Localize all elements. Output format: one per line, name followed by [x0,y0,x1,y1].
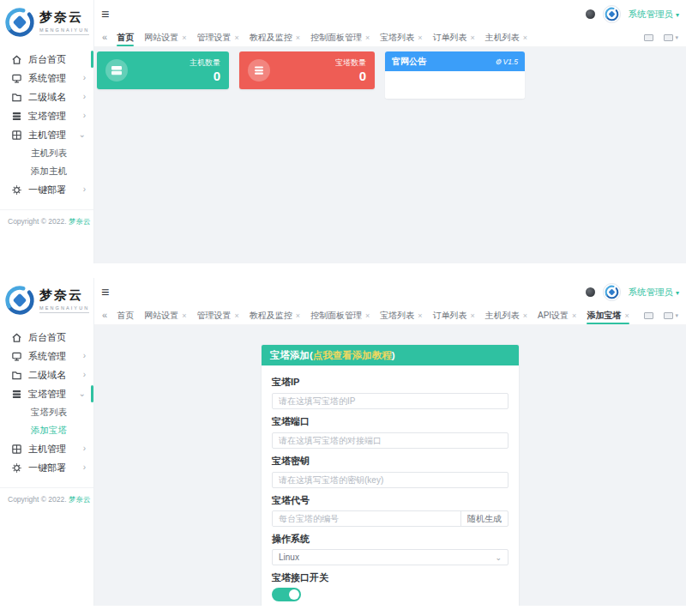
sidebar-item-baota-add[interactable]: 添加宝塔 [0,421,93,439]
tab[interactable]: 主机列表 × [485,306,527,324]
sidebar-item-host[interactable]: 主机管理 › [0,439,93,458]
tab[interactable]: 管理设置 × [196,28,238,46]
theme-skin-icon[interactable] [586,287,595,297]
tab-close-icon[interactable]: × [296,311,300,320]
tab[interactable]: 网站设置 × [144,28,186,46]
brand-name: 梦奈云 [39,287,89,304]
tab[interactable]: 教程及监控 × [250,28,300,46]
tab-close-icon[interactable]: × [234,33,238,42]
copyright: Copyright © 2022. 梦奈云 [0,209,93,234]
tab[interactable]: 宝塔列表 × [380,28,422,46]
baota-port-input[interactable] [272,432,508,449]
tab[interactable]: 网站设置 × [144,306,186,324]
tab[interactable]: 首页 × [117,306,134,324]
tab-close-icon[interactable]: × [572,311,576,320]
tab-refresh-icon[interactable] [644,312,653,319]
tab[interactable]: 订单列表 × [432,306,474,324]
tab[interactable]: 教程及监控 × [250,306,300,324]
random-generate-button[interactable]: 随机生成 [460,511,508,526]
sidebar-item-deploy[interactable]: 一键部署 › [0,458,93,477]
server-icon [11,389,22,400]
tab-close-icon[interactable]: × [470,311,474,320]
tab-close-icon[interactable]: × [182,311,186,320]
tab-close-icon[interactable]: × [296,33,300,42]
chevron-right-icon: › [83,371,86,379]
tab-label: 管理设置 [196,310,231,322]
copyright: Copyright © 2022. 梦奈云 [0,487,93,512]
tab-close-icon[interactable]: × [470,33,474,42]
sidebar-item-subdomain[interactable]: 二级域名 › [0,365,93,384]
stat-card-hosts[interactable]: 主机数量 0 [97,51,229,89]
tutorial-link[interactable]: 点我查看添加教程 [313,349,392,362]
tab-close-icon[interactable]: × [418,33,422,42]
tab-close-icon[interactable]: × [182,33,186,42]
copyright-brand-link[interactable]: 梦奈云 [69,495,91,504]
baota-ip-input[interactable] [272,393,508,409]
sidebar-item-home[interactable]: 后台首页 [0,50,93,69]
stat-card-baota[interactable]: 宝塔数量 0 [239,51,375,89]
tab-actions-menu[interactable]: ▾ [664,312,678,319]
tab-actions-icon [664,312,673,319]
screenshot-add-baota: 梦奈云 MENGNAIYUN 后台首页 系统管理 › 二级域名 › [0,278,686,606]
copyright-brand-link[interactable]: 梦奈云 [69,217,91,226]
tab-label: 首页 [117,310,134,322]
tab-close-icon[interactable]: × [523,33,527,42]
tab-close-icon[interactable]: × [624,311,629,320]
tab[interactable]: 控制面板管理 × [310,28,370,46]
caret-down-icon: ▾ [675,34,678,41]
api-switch-toggle[interactable] [272,588,301,601]
hamburger-menu-icon[interactable]: ≡ [101,8,109,21]
tab[interactable]: 首页 × [117,28,134,46]
tab-actions-menu[interactable]: ▾ [664,34,678,41]
user-menu[interactable]: 系统管理员 ▾ [629,9,679,21]
folder-icon [11,92,22,103]
brand-logo-icon [4,285,35,316]
tab[interactable]: 添加宝塔 × [587,306,629,324]
tab-close-icon[interactable]: × [365,311,370,320]
sidebar-item-baota[interactable]: 宝塔管理 › [0,106,93,125]
sidebar-submenu-baota: 宝塔列表 添加宝塔 [0,403,93,439]
tab-close-icon[interactable]: × [418,311,422,320]
dashboard-content: 主机数量 0 宝塔数量 0 官网公告 [94,47,686,263]
tab-close-icon[interactable]: × [234,311,238,320]
sidebar-item-system[interactable]: 系统管理 › [0,69,93,88]
avatar[interactable] [603,5,621,23]
sidebar-item-host-list[interactable]: 主机列表 [0,144,93,162]
avatar[interactable] [603,283,621,301]
baota-key-label: 宝塔密钥 [272,455,508,468]
sidebar-item-deploy[interactable]: 一键部署 › [0,180,93,199]
baota-key-input[interactable] [272,472,508,488]
theme-skin-icon[interactable] [586,9,595,19]
user-menu[interactable]: 系统管理员 ▾ [629,287,679,299]
tab-list: 首页 × 网站设置 × 管理设置 × 教程及监控 × 控制面板管理 [117,28,538,46]
sidebar-item-host-add[interactable]: 添加主机 [0,162,93,180]
tab[interactable]: API设置 × [538,306,576,324]
tab-collapse-icon[interactable]: « [102,33,107,42]
tab[interactable]: 订单列表 × [432,28,474,46]
sidebar-item-subdomain[interactable]: 二级域名 › [0,88,93,106]
stat-value: 0 [190,69,220,83]
notice-card: 官网公告 ⚙ V1.5 [385,51,525,99]
sidebar-item-home[interactable]: 后台首页 [0,328,93,347]
screenshot-divider [0,263,686,278]
tab-label: 控制面板管理 [310,310,362,322]
hamburger-menu-icon[interactable]: ≡ [101,286,109,299]
sidebar-item-baota[interactable]: 宝塔管理 ⌄ [0,384,93,403]
tab-list: 首页 × 网站设置 × 管理设置 × 教程及监控 × 控制面板管理 [117,306,640,324]
tab[interactable]: 宝塔列表 × [380,306,422,324]
tab-close-icon[interactable]: × [523,311,527,320]
tab-close-icon[interactable]: × [365,33,370,42]
sidebar-item-host[interactable]: 主机管理 ⌄ [0,125,93,144]
tab-refresh-icon[interactable] [644,34,653,41]
sidebar-item-system[interactable]: 系统管理 › [0,347,93,365]
notice-version: ⚙ V1.5 [495,57,518,66]
brand-logo: 梦奈云 MENGNAIYUN [0,278,93,323]
tab-collapse-icon[interactable]: « [102,311,107,320]
tab[interactable]: 管理设置 × [196,306,238,324]
tab[interactable]: 主机列表 × [485,28,527,46]
os-select[interactable]: Linux ⌄ [272,549,508,565]
tab[interactable]: 控制面板管理 × [310,306,370,324]
sidebar-menu: 后台首页 系统管理 › 二级域名 › 宝塔管理 ⌄ [0,323,93,477]
baota-code-input[interactable] [273,511,460,526]
sidebar-item-baota-list[interactable]: 宝塔列表 [0,403,93,421]
